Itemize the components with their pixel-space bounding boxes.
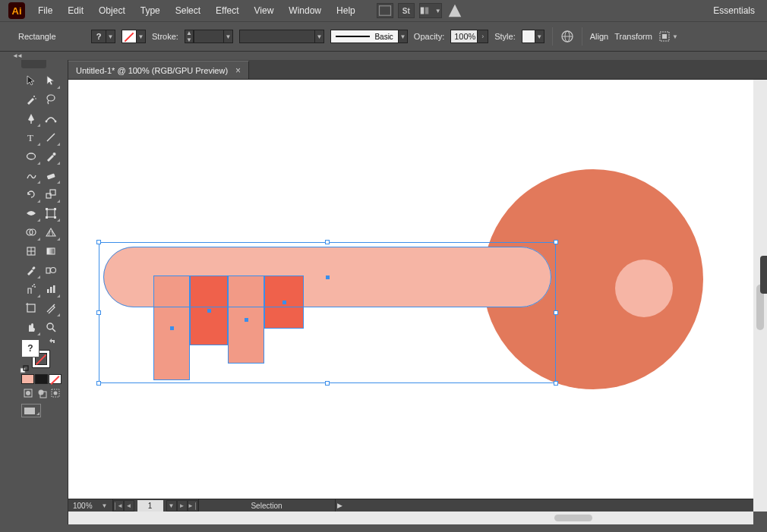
style-label: Style: (494, 32, 516, 41)
svg-line-47 (52, 329, 55, 332)
stroke-weight-control[interactable]: ▲▼ ▼ (185, 30, 233, 43)
document-tab-title: Untitled-1* @ 100% (RGB/GPU Preview) (76, 66, 228, 75)
mesh-tool[interactable] (21, 241, 41, 260)
transform-panel-link[interactable]: Transform (614, 32, 652, 41)
graphic-style-control[interactable]: ▼ (522, 30, 544, 43)
menu-type[interactable]: Type (133, 2, 168, 19)
color-mode-color[interactable] (21, 374, 34, 384)
selection-handle[interactable] (96, 381, 101, 386)
swap-fill-stroke-icon[interactable] (49, 338, 56, 345)
default-fill-stroke-icon[interactable] (20, 365, 29, 374)
scale-tool[interactable] (41, 184, 61, 203)
document-tab[interactable]: Untitled-1* @ 100% (RGB/GPU Preview) × (68, 61, 249, 79)
menu-file[interactable]: File (30, 2, 60, 19)
selection-handle[interactable] (554, 310, 558, 315)
collapsed-panel-edge[interactable] (760, 256, 767, 294)
paintbrush-tool[interactable] (41, 146, 61, 165)
recolor-artwork-icon[interactable] (560, 30, 574, 43)
eraser-tool[interactable] (41, 165, 61, 184)
pen-tool[interactable] (21, 109, 41, 127)
panel-collapse-bar[interactable]: ◄◄ (0, 52, 767, 60)
hand-tool[interactable] (21, 317, 41, 336)
prev-artboard-button[interactable]: ◄ (124, 500, 134, 512)
symbol-sprayer-tool[interactable] (21, 279, 41, 298)
menu-effect[interactable]: Effect (208, 2, 246, 19)
eyedropper-tool[interactable] (21, 260, 41, 279)
rotate-tool[interactable] (21, 184, 41, 203)
shaper-tool[interactable] (21, 165, 41, 184)
align-panel-link[interactable]: Align (590, 32, 608, 41)
fill-swatch[interactable]: ? (21, 339, 39, 357)
color-mode-none[interactable] (49, 374, 62, 384)
next-artboard-button[interactable]: ► (177, 500, 188, 512)
column-graph-tool[interactable] (41, 279, 61, 298)
selection-tool[interactable] (21, 71, 41, 90)
lasso-tool[interactable] (41, 90, 61, 109)
draw-behind-icon[interactable] (35, 387, 48, 399)
brush-definition-control[interactable]: Basic ▼ (330, 30, 408, 43)
canvas[interactable] (68, 80, 753, 499)
menu-view[interactable]: View (247, 2, 282, 19)
close-tab-icon[interactable]: × (235, 65, 241, 76)
ellipse-tool[interactable] (21, 146, 41, 165)
menu-help[interactable]: Help (329, 2, 363, 19)
draw-normal-icon[interactable] (21, 387, 34, 399)
free-transform-tool[interactable] (41, 203, 61, 222)
screen-mode-button[interactable] (21, 404, 41, 417)
stroke-color-control[interactable]: ▼ (122, 30, 146, 43)
svg-rect-34 (32, 266, 36, 269)
last-artboard-button[interactable]: ►│ (188, 500, 198, 512)
opacity-control[interactable]: 100% › (450, 30, 488, 43)
perspective-grid-tool[interactable] (41, 222, 61, 241)
tools-panel-grip[interactable] (21, 60, 46, 68)
workspace-switcher[interactable]: Essentials (704, 2, 764, 19)
bridge-icon[interactable] (377, 3, 393, 18)
menu-edit[interactable]: Edit (60, 2, 91, 19)
selection-handle[interactable] (96, 310, 101, 315)
svg-rect-42 (53, 285, 55, 293)
width-tool[interactable] (21, 203, 41, 222)
scrollbar-thumb[interactable] (554, 515, 592, 521)
fill-control[interactable]: ? ▼ (91, 30, 115, 43)
anchor-point (170, 326, 174, 330)
svg-rect-22 (46, 208, 48, 210)
first-artboard-button[interactable]: │◄ (113, 500, 124, 512)
shape-builder-tool[interactable] (21, 222, 41, 241)
selection-handle[interactable] (554, 381, 558, 386)
status-menu-icon[interactable]: ▶ (337, 502, 342, 509)
slice-tool[interactable] (41, 298, 61, 317)
fill-stroke-indicator[interactable]: ? (21, 339, 53, 371)
type-tool[interactable]: T (21, 127, 41, 146)
zoom-level-field[interactable]: 100% ▼ (68, 499, 113, 512)
line-segment-tool[interactable] (41, 127, 61, 146)
draw-inside-icon[interactable] (49, 387, 62, 399)
menu-object[interactable]: Object (91, 2, 133, 19)
arrange-docs-icon[interactable]: ▼ (419, 3, 442, 18)
color-mode-gradient[interactable] (35, 374, 48, 384)
app-logo-badge: Ai (8, 2, 25, 19)
art-key-hole-circle[interactable] (615, 260, 673, 317)
selection-handle[interactable] (325, 240, 330, 244)
horizontal-scrollbar[interactable] (68, 512, 753, 524)
magic-wand-tool[interactable] (21, 90, 41, 109)
selection-handle[interactable] (325, 381, 330, 386)
artboard-nav-dropdown[interactable]: ▼ (166, 500, 177, 512)
menu-select[interactable]: Select (168, 2, 208, 19)
blend-tool[interactable] (41, 260, 61, 279)
current-tool-status: Selection (251, 502, 282, 510)
isolate-control[interactable]: ▼ (658, 30, 680, 43)
stock-icon[interactable]: St (398, 3, 415, 18)
gpu-performance-icon[interactable] (447, 3, 463, 18)
menu-window[interactable]: Window (281, 2, 329, 19)
vertical-scrollbar[interactable] (753, 80, 767, 512)
selection-handle[interactable] (96, 240, 101, 244)
var-width-profile-control[interactable]: ▼ (239, 30, 324, 43)
selection-handle[interactable] (554, 240, 558, 244)
artboard-tool[interactable] (21, 298, 41, 317)
zoom-tool[interactable] (41, 317, 61, 336)
curvature-tool[interactable] (41, 109, 61, 127)
anchor-point (245, 318, 248, 322)
gradient-tool[interactable] (41, 241, 61, 260)
artboard-number-field[interactable]: 1 (137, 500, 163, 512)
direct-selection-tool[interactable] (41, 71, 61, 90)
